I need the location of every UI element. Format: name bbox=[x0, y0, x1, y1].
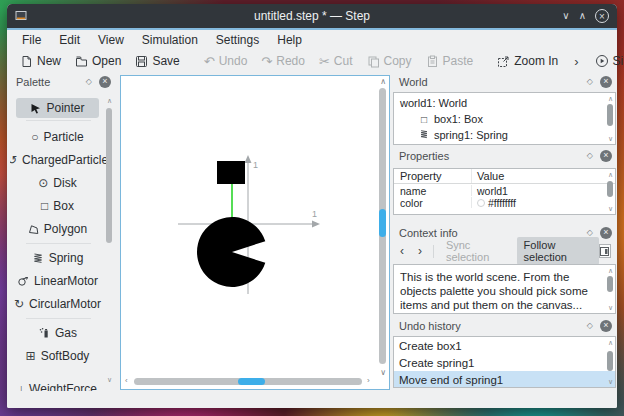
world-scrollbar-thumb[interactable] bbox=[607, 104, 613, 126]
properties-panel: Properties ◇ × Property Value name world… bbox=[393, 147, 616, 215]
palette-item-gas[interactable]: Gas bbox=[16, 323, 99, 343]
main-toolbar: New Open Save ↶ Undo ↷ Redo ✂ Cut bbox=[7, 50, 617, 72]
column-value: Value bbox=[472, 170, 504, 182]
canvas-scroll-up-icon[interactable]: ∧ bbox=[380, 78, 386, 86]
palette-separator bbox=[26, 318, 91, 319]
box1-object bbox=[217, 161, 245, 184]
world-scroll-down-icon[interactable]: ∨ bbox=[608, 135, 613, 142]
main-area: Palette ◇ × Pointer ○ Particle ↺ Charged… bbox=[7, 72, 617, 392]
palette-item-circularmotor[interactable]: ↻ CircularMotor bbox=[16, 294, 99, 314]
palette-separator bbox=[26, 243, 91, 244]
palette-item-weightforce[interactable]: ↓ WeightForce bbox=[16, 379, 99, 391]
world-float-icon[interactable]: ◇ bbox=[587, 77, 593, 86]
context-scroll-up-icon[interactable]: ∧ bbox=[608, 267, 613, 274]
canvas-vscrollbar-thumb[interactable] bbox=[379, 209, 386, 237]
follow-selection-button[interactable]: Follow selection bbox=[517, 237, 599, 265]
undo-item-move-end-of-spring1[interactable]: Move end of spring1 bbox=[394, 371, 615, 388]
palette-item-particle[interactable]: ○ Particle bbox=[16, 127, 99, 147]
palette-scroll-down-icon[interactable]: ∨ bbox=[107, 376, 112, 383]
menu-help[interactable]: Help bbox=[268, 31, 311, 49]
palette-item-spring[interactable]: Spring bbox=[16, 248, 99, 268]
palette-scroll-up-icon[interactable]: ∧ bbox=[107, 97, 112, 104]
cut-button: ✂ Cut bbox=[312, 51, 360, 71]
undo-close-icon[interactable]: × bbox=[600, 320, 612, 332]
properties-scroll-up-icon[interactable]: ∧ bbox=[608, 171, 613, 178]
world-panel: World ◇ × world1: World □ box1: Box spri… bbox=[393, 73, 616, 145]
zoom-in-button[interactable]: Zoom In bbox=[490, 51, 565, 71]
scene-drawing: 1 1 bbox=[121, 76, 389, 389]
paste-icon bbox=[426, 55, 439, 68]
palette-item-linearmotor[interactable]: LinearMotor bbox=[16, 271, 99, 291]
canvas-scroll-down-icon[interactable]: ∨ bbox=[380, 369, 386, 377]
color-swatch bbox=[477, 199, 485, 207]
window-title: untitled.step * — Step bbox=[254, 9, 370, 23]
palette-close-icon[interactable]: × bbox=[99, 76, 111, 88]
properties-close-icon[interactable]: × bbox=[600, 150, 612, 162]
undo-scroll-down-icon[interactable]: ∨ bbox=[608, 378, 613, 385]
context-close-icon[interactable]: × bbox=[600, 227, 612, 239]
minimize-button[interactable]: ∨ bbox=[562, 11, 569, 21]
close-button[interactable]: × bbox=[595, 9, 609, 23]
maximize-button[interactable]: ∧ bbox=[579, 11, 586, 21]
toolbar-overflow-button[interactable]: › bbox=[565, 54, 587, 69]
context-back-button[interactable]: ‹ bbox=[393, 244, 411, 258]
undo-history-panel: Undo history ◇ × Create box1 Create spri… bbox=[393, 317, 616, 388]
properties-scroll-down-icon[interactable]: ∨ bbox=[608, 205, 613, 212]
context-toolbar-separator bbox=[433, 245, 434, 258]
desktop-background: untitled.step * — Step ∨ ∧ × File Edit V… bbox=[0, 0, 624, 416]
palette-item-softbody[interactable]: ⊞ SoftBody bbox=[16, 346, 99, 366]
palette-item-polygon[interactable]: Polygon bbox=[16, 219, 99, 239]
properties-scrollbar-thumb[interactable] bbox=[607, 181, 613, 197]
palette-separator bbox=[26, 120, 91, 121]
tree-item-spring1[interactable]: spring1: Spring bbox=[394, 127, 615, 143]
redo-button: ↷ Redo bbox=[254, 51, 312, 71]
properties-float-icon[interactable]: ◇ bbox=[587, 151, 593, 160]
simulate-button[interactable]: Simulate ∨ bbox=[588, 51, 624, 71]
palette-item-box[interactable]: □ Box bbox=[16, 196, 99, 216]
context-scrollbar-thumb[interactable] bbox=[607, 276, 613, 292]
property-row-name[interactable]: name world1 bbox=[394, 185, 615, 196]
tree-item-box1[interactable]: □ box1: Box bbox=[394, 111, 615, 127]
canvas-hscrollbar-thumb[interactable] bbox=[238, 378, 265, 385]
context-forward-button[interactable]: › bbox=[411, 244, 429, 258]
tree-item-world1[interactable]: world1: World bbox=[394, 95, 615, 111]
world-canvas[interactable]: 1 1 ∧ ∨ ‹ › bbox=[120, 75, 390, 390]
world-scroll-up-icon[interactable]: ∧ bbox=[608, 95, 613, 102]
property-row-color[interactable]: color #ffffffff bbox=[394, 197, 615, 208]
menu-view[interactable]: View bbox=[89, 31, 133, 49]
new-button[interactable]: New bbox=[13, 51, 68, 71]
undo-float-icon[interactable]: ◇ bbox=[587, 321, 593, 330]
undo-scroll-up-icon[interactable]: ∧ bbox=[608, 339, 613, 346]
y-axis-tick-label: 1 bbox=[253, 160, 258, 170]
disk-object bbox=[197, 217, 265, 287]
menu-settings[interactable]: Settings bbox=[207, 31, 268, 49]
canvas-scroll-left-icon[interactable]: ‹ bbox=[125, 377, 128, 385]
context-side-panel-button[interactable] bbox=[599, 244, 611, 258]
paste-button: Paste bbox=[419, 51, 481, 71]
menu-simulation[interactable]: Simulation bbox=[133, 31, 207, 49]
new-file-icon bbox=[20, 55, 33, 68]
world-close-icon[interactable]: × bbox=[600, 76, 612, 88]
undo-button: ↶ Undo bbox=[197, 51, 255, 71]
palette-item-disk[interactable]: ⊙ Disk bbox=[16, 173, 99, 193]
status-bar bbox=[7, 392, 617, 408]
titlebar[interactable]: untitled.step * — Step ∨ ∧ × bbox=[7, 4, 617, 28]
undo-item-create-box1[interactable]: Create box1 bbox=[394, 337, 615, 354]
context-float-icon[interactable]: ◇ bbox=[587, 228, 593, 237]
palette-float-icon[interactable]: ◇ bbox=[86, 77, 92, 86]
palette-item-chargedparticle[interactable]: ↺ ChargedParticle bbox=[16, 150, 99, 170]
save-button[interactable]: Save bbox=[128, 51, 186, 71]
canvas-scroll-right-icon[interactable]: › bbox=[367, 377, 370, 385]
palette-item-pointer[interactable]: Pointer bbox=[16, 98, 99, 118]
menu-file[interactable]: File bbox=[13, 31, 50, 49]
step-app-icon bbox=[15, 10, 27, 25]
softbody-icon: ⊞ bbox=[26, 350, 36, 362]
undo-scrollbar-thumb[interactable] bbox=[607, 351, 613, 371]
menu-edit[interactable]: Edit bbox=[50, 31, 89, 49]
disk-icon: ⊙ bbox=[38, 177, 48, 189]
palette-scrollbar-thumb[interactable] bbox=[106, 108, 112, 243]
context-scroll-down-icon[interactable]: ∨ bbox=[608, 304, 613, 311]
palette-panel: Palette ◇ × Pointer ○ Particle ↺ Charged… bbox=[10, 73, 115, 391]
open-button[interactable]: Open bbox=[68, 51, 128, 71]
undo-item-create-spring1[interactable]: Create spring1 bbox=[394, 354, 615, 371]
